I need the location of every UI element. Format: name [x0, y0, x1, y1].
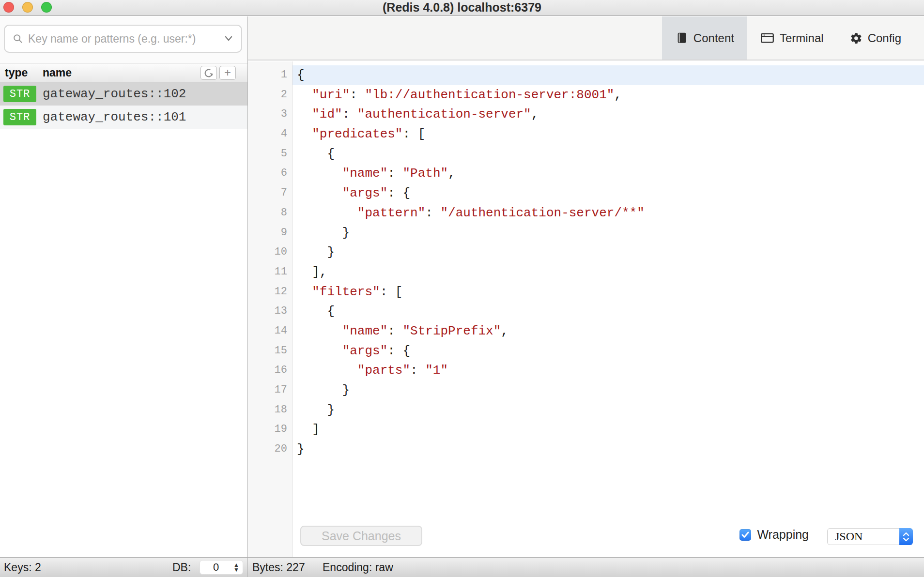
gear-icon	[850, 32, 862, 45]
check-icon	[741, 531, 749, 538]
line-number: 15	[248, 341, 292, 361]
line-number: 10	[248, 243, 292, 262]
key-sidebar: Key name or patterns (e.g. user:*) type …	[0, 16, 248, 557]
statusbar-divider	[247, 558, 248, 577]
line-number: 1	[248, 65, 292, 85]
bytes-count: Bytes: 227	[252, 558, 305, 577]
window-title: (Redis 4.0.8) localhost:6379	[0, 0, 924, 16]
code-area[interactable]: { "uri": "lb://authentication-server:800…	[293, 61, 924, 557]
refresh-icon	[203, 68, 214, 78]
chevron-down-icon[interactable]	[224, 35, 233, 42]
line-number: 5	[248, 144, 292, 164]
value-panel: ContentTerminalConfig 123456789101112131…	[248, 16, 924, 557]
code-line[interactable]: {	[293, 65, 924, 85]
tab-config[interactable]: Config	[837, 16, 914, 60]
select-arrows-icon	[899, 528, 913, 545]
code-line[interactable]: "predicates": [	[293, 124, 924, 144]
search-placeholder: Key name or patterns (e.g. user:*)	[28, 32, 224, 46]
code-line[interactable]: "parts": "1"	[293, 361, 924, 380]
line-number: 11	[248, 262, 292, 282]
plus-icon: +	[224, 67, 231, 78]
value-editor: 1234567891011121314151617181920 { "uri":…	[248, 61, 924, 557]
tab-label: Content	[693, 31, 734, 45]
tab-content[interactable]: Content	[662, 16, 747, 60]
line-number: 13	[248, 302, 292, 321]
code-line[interactable]: }	[293, 400, 924, 420]
tab-terminal[interactable]: Terminal	[747, 16, 837, 60]
key-name: gateway_routes::102	[43, 87, 186, 101]
column-header-type: type	[5, 63, 28, 82]
line-number: 2	[248, 85, 292, 105]
line-number: 4	[248, 124, 292, 144]
key-table-header: type name +	[0, 63, 247, 82]
key-table-body: STRgateway_routes::102STRgateway_routes:…	[0, 82, 247, 129]
code-line[interactable]: ],	[293, 262, 924, 282]
wrapping-label: Wrapping	[757, 528, 809, 542]
save-changes-button[interactable]: Save Changes	[300, 526, 422, 546]
code-line[interactable]: "args": {	[293, 341, 924, 361]
book-icon	[675, 31, 688, 45]
table-row[interactable]: STRgateway_routes::102	[0, 82, 247, 106]
code-line[interactable]: "uri": "lb://authentication-server:8001"…	[293, 85, 924, 105]
status-bar: Keys: 2 DB: 0 ▲▼ Bytes: 227 Encoding: ra…	[0, 557, 924, 577]
redis-app-window: (Redis 4.0.8) localhost:6379 Key name or…	[0, 0, 924, 577]
window-titlebar: (Redis 4.0.8) localhost:6379	[0, 0, 924, 16]
line-number: 9	[248, 223, 292, 243]
line-number: 16	[248, 361, 292, 380]
line-number: 7	[248, 183, 292, 203]
line-number: 18	[248, 400, 292, 420]
db-value: 0	[200, 561, 230, 574]
search-icon	[13, 33, 23, 44]
code-line[interactable]: }	[293, 223, 924, 243]
tab-label: Config	[868, 31, 901, 45]
code-line[interactable]: "pattern": "/authentication-server/**"	[293, 203, 924, 223]
stepper-arrows-icon: ▲▼	[230, 562, 243, 572]
code-line[interactable]: }	[293, 440, 924, 459]
table-row[interactable]: STRgateway_routes::101	[0, 106, 247, 129]
header-buttons: +	[200, 66, 236, 80]
line-number: 8	[248, 203, 292, 223]
search-input[interactable]: Key name or patterns (e.g. user:*)	[4, 25, 242, 53]
code-line[interactable]: }	[293, 380, 924, 400]
code-line[interactable]: "id": "authentication-server",	[293, 105, 924, 124]
code-line[interactable]: "args": {	[293, 183, 924, 203]
type-badge: STR	[3, 86, 36, 102]
code-line[interactable]: "name": "Path",	[293, 164, 924, 183]
column-header-name: name	[43, 63, 72, 82]
db-label: DB:	[172, 558, 191, 577]
code-line[interactable]: }	[293, 243, 924, 262]
tab-label: Terminal	[780, 31, 824, 45]
encoding-value: Encoding: raw	[323, 558, 393, 577]
code-line[interactable]: {	[293, 144, 924, 164]
refresh-button[interactable]	[200, 66, 217, 80]
line-number: 19	[248, 420, 292, 440]
tab-bar: ContentTerminalConfig	[248, 16, 924, 61]
search-area: Key name or patterns (e.g. user:*)	[0, 16, 247, 63]
db-stepper[interactable]: 0 ▲▼	[200, 560, 243, 575]
keys-count: Keys: 2	[4, 558, 41, 577]
code-line[interactable]: {	[293, 302, 924, 321]
code-line[interactable]: ]	[293, 420, 924, 440]
line-number: 14	[248, 321, 292, 341]
type-badge: STR	[3, 109, 36, 125]
line-number: 6	[248, 164, 292, 183]
line-number-gutter: 1234567891011121314151617181920	[248, 61, 293, 557]
line-number: 3	[248, 105, 292, 124]
wrapping-control: Wrapping	[739, 528, 809, 542]
code-line[interactable]: "filters": [	[293, 282, 924, 302]
line-number: 20	[248, 440, 292, 459]
terminal-icon	[760, 31, 774, 45]
key-name: gateway_routes::101	[43, 110, 186, 124]
add-key-button[interactable]: +	[219, 66, 236, 80]
code-line[interactable]: "name": "StripPrefix",	[293, 321, 924, 341]
format-select[interactable]: JSON	[827, 528, 913, 545]
line-number: 12	[248, 282, 292, 302]
format-select-value: JSON	[828, 530, 899, 543]
line-number: 17	[248, 380, 292, 400]
wrapping-checkbox[interactable]	[739, 529, 751, 541]
